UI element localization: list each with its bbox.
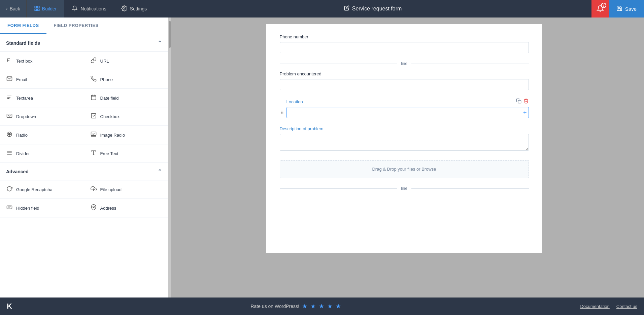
panel-content: Standard fields ⌃ Text box URL [0,34,168,298]
back-label: Back [10,6,20,11]
svg-rect-3 [37,9,39,10]
divider-icon [6,150,13,157]
svg-point-19 [8,133,10,135]
field-item-address[interactable]: Address [84,199,168,217]
drag-handle-icon[interactable]: ⠿ [280,110,284,115]
standard-fields-header[interactable]: Standard fields ⌃ [0,34,168,51]
field-label-textbox: Text box [16,59,32,64]
problem-encountered-input[interactable] [280,79,529,90]
field-item-url[interactable]: URL [84,52,168,70]
advanced-fields-label: Advanced [6,169,29,174]
checkbox-icon [90,113,97,120]
hidden-field-icon [6,204,13,212]
field-item-textarea[interactable]: Textarea [0,89,84,107]
builder-label: Builder [42,6,57,11]
svg-rect-32 [518,100,521,103]
description-input[interactable] [280,134,529,151]
divider1-left-line [280,64,397,64]
free-text-icon [90,150,97,157]
phone-icon [90,76,97,83]
back-button[interactable]: ‹ Back [0,0,27,18]
standard-fields-chevron-icon: ⌃ [158,40,162,46]
drop-zone-text: Drag & Drop your files or Browse [372,167,436,172]
edit-icon [344,5,349,12]
field-label-radio: Radio [16,133,28,138]
field-item-email[interactable]: Email [0,70,84,89]
svg-rect-17 [91,113,96,118]
phone-number-input[interactable] [280,42,529,53]
notification-bell-button[interactable]: 2 [591,0,609,18]
form-card: Phone number line Problem encountered Lo… [266,24,542,253]
expand-field-button[interactable]: + [523,109,527,116]
bottom-links: Documentation Contact us [580,304,637,309]
field-item-dropdown[interactable]: Dropdown [0,107,84,126]
field-label-email: Email [16,77,27,82]
settings-label: Settings [130,6,147,11]
divider2-right-line [411,188,529,189]
field-item-phone[interactable]: Phone [84,70,168,89]
notifications-nav-item[interactable]: Notifications [64,0,113,18]
url-icon [90,57,97,65]
contact-link[interactable]: Contact us [616,304,637,309]
field-item-radio[interactable]: Radio [0,126,84,144]
field-item-checkbox[interactable]: Checkbox [84,107,168,126]
location-icons [516,98,529,105]
address-icon [90,204,97,212]
field-item-image-radio[interactable]: Image Radio [84,126,168,144]
field-item-recaptcha[interactable]: Google Recaptcha [0,180,84,199]
email-icon [6,76,13,83]
save-icon [616,5,622,12]
radio-icon [6,131,13,139]
divider1: line [280,61,529,66]
field-item-divider[interactable]: Divider [0,144,84,163]
notification-badge: 2 [601,3,606,8]
svg-rect-1 [37,6,39,8]
field-label-phone: Phone [100,77,113,82]
copy-field-button[interactable] [516,98,521,105]
file-upload-icon [90,186,97,193]
tab-field-properties[interactable]: FIELD PROPERTIES [46,18,106,34]
builder-icon [34,5,40,12]
save-button[interactable]: Save [609,0,644,18]
left-panel: FORM FIELDS FIELD PROPERTIES Standard fi… [0,18,168,298]
field-item-free-text[interactable]: Free Text [84,144,168,163]
field-label-hidden: Hidden field [16,206,39,211]
field-label-checkbox: Checkbox [100,114,120,119]
location-label: Location [286,99,303,104]
file-drop-zone[interactable]: Drag & Drop your files or Browse [280,160,529,178]
field-label-date: Date field [100,96,119,101]
field-label-dropdown: Dropdown [16,114,36,119]
location-field-header: Location [286,98,529,105]
stars: ★ ★ ★ ★ ★ [302,303,342,310]
delete-field-button[interactable] [523,98,529,105]
documentation-link[interactable]: Documentation [580,304,609,309]
svg-rect-2 [35,9,36,10]
field-item-hidden[interactable]: Hidden field [0,199,84,217]
location-input[interactable] [286,107,529,118]
advanced-fields-grid: Google Recaptcha File upload Hidden fiel… [0,180,168,217]
description-label: Description of problem [280,126,529,131]
rate-text: Rate us on WordPress! [250,304,299,309]
settings-nav-item[interactable]: Settings [114,0,155,18]
divider1-text: line [401,61,407,66]
field-label-address: Address [100,206,116,211]
phone-number-label: Phone number [280,34,529,39]
problem-encountered-label: Problem encountered [280,71,529,76]
location-group: Location ⠿ + [280,98,529,118]
main-layout: FORM FIELDS FIELD PROPERTIES Standard fi… [0,18,644,298]
page-title: Service request form [154,5,591,12]
svg-rect-28 [7,206,12,209]
field-label-free-text: Free Text [100,151,118,156]
field-label-url: URL [100,59,109,64]
phone-number-group: Phone number [280,34,529,53]
panel-tabs: FORM FIELDS FIELD PROPERTIES [0,18,168,34]
builder-nav-item[interactable]: Builder [27,0,65,18]
tab-form-fields[interactable]: FORM FIELDS [0,18,46,34]
field-item-file-upload[interactable]: File upload [84,180,168,199]
problem-encountered-group: Problem encountered [280,71,529,90]
gear-icon [121,5,127,12]
field-item-date[interactable]: Date field [84,89,168,107]
field-item-textbox[interactable]: Text box [0,52,84,70]
advanced-fields-header[interactable]: Advanced ⌃ [0,163,168,180]
nav-right-actions: 2 Save [591,0,644,18]
